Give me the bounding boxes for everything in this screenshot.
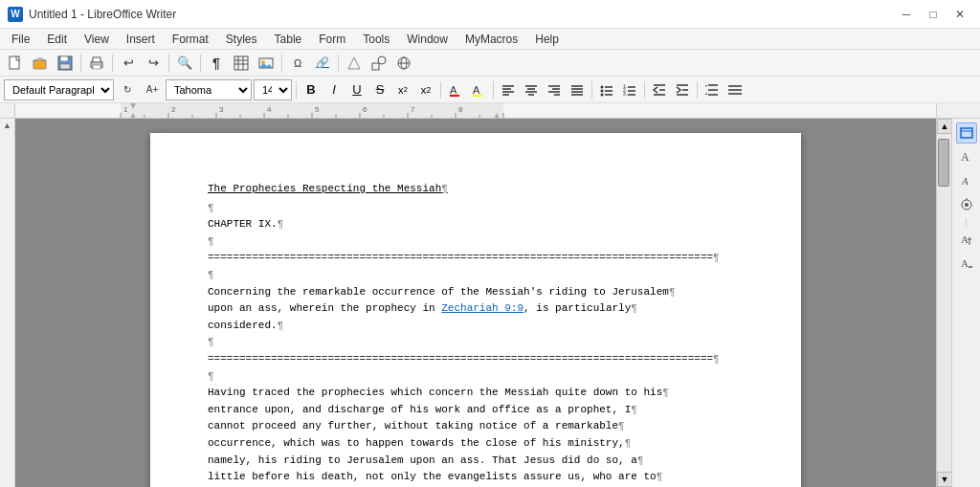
maximize-button[interactable]: □ xyxy=(921,5,946,24)
svg-rect-1 xyxy=(33,60,46,69)
open-button[interactable] xyxy=(29,53,52,74)
font-name-dropdown[interactable]: Tahoma xyxy=(166,79,252,100)
sidebar-separator xyxy=(966,218,967,226)
left-margin: ▲ xyxy=(0,119,15,487)
draw-button[interactable] xyxy=(343,53,366,74)
menu-help[interactable]: Help xyxy=(527,30,567,49)
italic-button[interactable]: I xyxy=(323,79,345,100)
style-update-button[interactable]: ↻ xyxy=(116,79,139,100)
scroll-up-button[interactable]: ▲ xyxy=(937,119,952,134)
bold-button[interactable]: B xyxy=(301,79,322,100)
menu-tools[interactable]: Tools xyxy=(355,30,397,49)
svg-rect-4 xyxy=(60,64,70,69)
svg-rect-95 xyxy=(961,128,972,138)
sidebar-styles-icon[interactable]: A xyxy=(956,146,977,167)
new-style-button[interactable]: A+ xyxy=(141,79,164,100)
svg-rect-8 xyxy=(234,56,248,70)
standard-toolbar: ↩ ↪ 🔍 ¶ Ω 🔗 xyxy=(0,50,980,77)
print-button[interactable] xyxy=(85,53,108,74)
sidebar-properties-icon[interactable] xyxy=(956,122,977,144)
menu-window[interactable]: Window xyxy=(399,30,456,49)
para2-line6: little before his death, not only the ev… xyxy=(208,469,744,486)
scroll-down-button[interactable]: ▼ xyxy=(937,472,952,487)
shapes-button[interactable] xyxy=(368,53,390,74)
pilcrow-line-3: ¶ xyxy=(208,267,744,284)
sidebar-extra-icon[interactable]: A xyxy=(956,253,977,274)
title-bar: W Untitled 1 - LibreOffice Writer ─ □ ✕ xyxy=(0,0,980,29)
font-color-button[interactable]: A xyxy=(445,79,466,100)
menu-insert[interactable]: Insert xyxy=(119,30,163,49)
svg-point-43 xyxy=(601,89,604,92)
document-scroll-area[interactable]: The Prophecies Respecting the Messiah¶ ¶… xyxy=(15,119,936,487)
separator4 xyxy=(200,55,201,72)
scroll-thumb[interactable] xyxy=(938,139,949,187)
svg-text:A: A xyxy=(961,257,969,269)
svg-text:A: A xyxy=(473,84,480,96)
insert-image-button[interactable] xyxy=(255,53,278,74)
collapse-arrow[interactable]: ▲ xyxy=(3,121,11,130)
menu-edit[interactable]: Edit xyxy=(39,30,75,49)
svg-rect-16 xyxy=(372,63,379,70)
sidebar-functions-icon[interactable]: A xyxy=(956,229,977,250)
unordered-list-button[interactable] xyxy=(596,79,617,100)
app-icon: W xyxy=(8,7,23,22)
ordered-list-button[interactable]: 1.2.3. xyxy=(619,79,640,100)
align-left-button[interactable] xyxy=(498,79,519,100)
underline-button[interactable]: U xyxy=(346,79,368,100)
content-area: ▲ The Prophecies Respecting the Messiah¶… xyxy=(0,119,980,487)
close-button[interactable]: ✕ xyxy=(947,5,972,24)
menu-file[interactable]: File xyxy=(4,30,37,49)
zechariah-link-1[interactable]: Zechariah 9:9 xyxy=(441,302,523,314)
find-button[interactable]: 🔍 xyxy=(173,53,196,74)
strikethrough-button[interactable]: S xyxy=(369,79,390,100)
pilcrow-line-1: ¶ xyxy=(208,200,744,217)
para2-line1: Having traced the prophecies which conce… xyxy=(208,385,744,402)
sep-list xyxy=(591,81,592,99)
save-button[interactable] xyxy=(54,53,77,74)
globe-button[interactable] xyxy=(392,53,415,74)
menu-view[interactable]: View xyxy=(77,30,117,49)
menu-table[interactable]: Table xyxy=(267,30,310,49)
undo-button[interactable]: ↩ xyxy=(117,53,140,74)
separator2 xyxy=(112,55,113,72)
paragraph-style-dropdown[interactable]: Default Paragraph Style xyxy=(4,79,114,100)
vertical-scrollbar: ▲ ▼ xyxy=(936,119,951,487)
sidebar-gallery-icon[interactable]: A xyxy=(956,170,977,191)
svg-text:2: 2 xyxy=(171,105,176,114)
redo-button[interactable]: ↪ xyxy=(142,53,165,74)
menu-form[interactable]: Form xyxy=(311,30,353,49)
minimize-button[interactable]: ─ xyxy=(894,5,919,24)
sidebar-navigator-icon[interactable] xyxy=(956,194,977,215)
hyperlink-button[interactable]: 🔗 xyxy=(311,53,334,74)
increase-indent-button[interactable] xyxy=(672,79,693,100)
highlight-button[interactable]: A xyxy=(468,79,489,100)
superscript-button[interactable]: x2 xyxy=(392,79,413,100)
window-title: Untitled 1 - LibreOffice Writer xyxy=(29,8,176,21)
window-controls: ─ □ ✕ xyxy=(894,5,972,24)
menu-format[interactable]: Format xyxy=(165,30,216,49)
nonprinting-button[interactable]: ¶ xyxy=(205,53,228,74)
para1-line3: considered.¶ xyxy=(208,318,744,335)
document-page: The Prophecies Respecting the Messiah¶ ¶… xyxy=(150,133,801,487)
insert-table-button[interactable] xyxy=(230,53,253,74)
para-spacing-button[interactable] xyxy=(724,79,746,100)
menu-styles[interactable]: Styles xyxy=(218,30,265,49)
format-toolbar: Default Paragraph Style ↻ A+ Tahoma 14 p… xyxy=(0,77,980,103)
line-spacing-button[interactable] xyxy=(702,79,723,100)
subscript-button[interactable]: x2 xyxy=(415,79,436,100)
align-justify-button[interactable] xyxy=(567,79,588,100)
align-right-button[interactable] xyxy=(544,79,565,100)
font-size-dropdown[interactable]: 14 pt xyxy=(254,79,292,100)
menu-bar: File Edit View Insert Format Styles Tabl… xyxy=(0,29,980,50)
svg-text:7: 7 xyxy=(411,105,415,114)
special-char-button[interactable]: Ω xyxy=(286,53,309,74)
svg-rect-22 xyxy=(450,95,459,97)
svg-text:6: 6 xyxy=(363,105,368,114)
doc-title-line: The Prophecies Respecting the Messiah¶ xyxy=(208,181,744,198)
svg-text:1: 1 xyxy=(123,105,128,114)
decrease-indent-button[interactable] xyxy=(649,79,670,100)
para1-line2: upon an ass, wherein the prophecy in Zec… xyxy=(208,300,744,318)
new-button[interactable] xyxy=(4,53,27,74)
align-center-button[interactable] xyxy=(521,79,542,100)
menu-mymacros[interactable]: MyMacros xyxy=(457,30,525,49)
